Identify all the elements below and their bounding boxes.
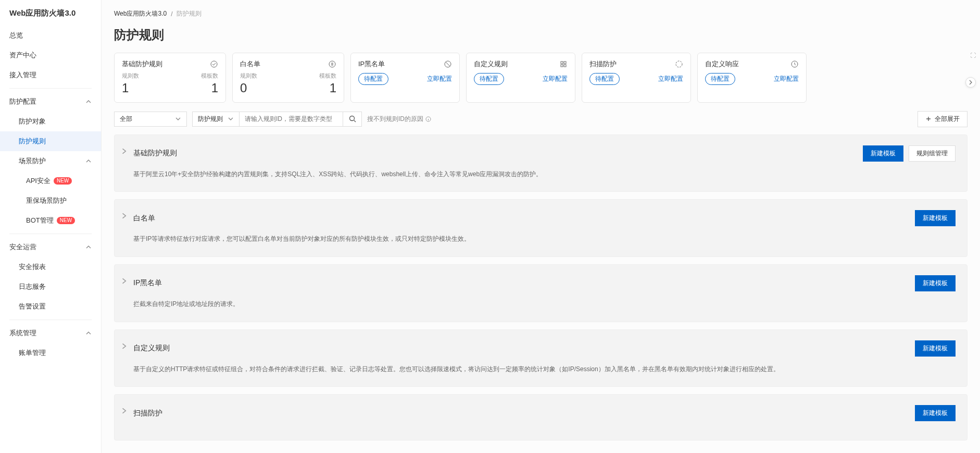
expand-toggle[interactable] xyxy=(121,407,128,414)
summary-cards: 基础防护规则 规则数1 模板数1 白名单 规则数0 模板数1 xyxy=(102,53,980,111)
new-template-button[interactable]: 新建模板 xyxy=(915,405,956,421)
rule-ip-blacklist: IP黑名单 新建模板 拦截来自特定IP地址或地址段的请求。 xyxy=(114,264,968,322)
breadcrumb-root[interactable]: Web应用防火墙3.0 xyxy=(114,9,167,18)
divider xyxy=(9,88,92,89)
card-custom-rules[interactable]: 自定义规则 待配置 立即配置 xyxy=(466,53,575,103)
expand-toggle[interactable] xyxy=(121,212,128,219)
nav-protection-rules[interactable]: 防护规则 xyxy=(0,131,101,151)
nav-billing-mgmt[interactable]: 账单管理 xyxy=(0,343,101,363)
nav-assets[interactable]: 资产中心 xyxy=(0,45,101,65)
card-pager: ⛶ xyxy=(970,52,976,58)
chevron-up-icon xyxy=(85,158,92,164)
fullscreen-icon[interactable]: ⛶ xyxy=(970,52,976,58)
plus-icon xyxy=(925,116,932,122)
new-badge: NEW xyxy=(57,217,75,224)
new-template-button[interactable]: 新建模板 xyxy=(915,210,956,226)
expand-all-button[interactable]: 全部展开 xyxy=(918,111,968,127)
toolbar: 全部 防护规则 搜不到规则ID的原因 全部展开 xyxy=(102,111,980,134)
rule-group-mgmt-button[interactable]: 规则组管理 xyxy=(909,145,956,162)
svg-point-9 xyxy=(349,116,354,121)
nav-key-scene[interactable]: 重保场景防护 xyxy=(0,191,101,211)
search-type-select[interactable]: 防护规则 xyxy=(192,112,239,127)
nav-api-security[interactable]: API安全NEW xyxy=(0,171,101,191)
shield-icon xyxy=(210,60,218,68)
chevron-up-icon xyxy=(85,99,92,105)
nav-scene-protection[interactable]: 场景防护 xyxy=(0,151,101,171)
nav-protection-config[interactable]: 防护配置 xyxy=(0,92,101,112)
card-basic-rules[interactable]: 基础防护规则 规则数1 模板数1 xyxy=(114,53,226,103)
rule-scan: 扫描防护 新建模板 xyxy=(114,394,968,440)
rule-custom: 自定义规则 新建模板 基于自定义的HTTP请求特征或特征组合，对符合条件的请求进… xyxy=(114,329,968,387)
chevron-up-icon xyxy=(85,330,92,336)
breadcrumb: Web应用防火墙3.0 / 防护规则 xyxy=(102,0,980,21)
breadcrumb-current: 防护规则 xyxy=(177,9,202,18)
product-title: Web应用防火墙3.0 xyxy=(0,0,101,26)
configure-link[interactable]: 立即配置 xyxy=(427,75,452,83)
rule-list: 基础防护规则 新建模板 规则组管理 基于阿里云10年+安全防护经验构建的内置规则… xyxy=(102,134,980,440)
chevron-down-icon xyxy=(175,116,181,122)
card-ip-blacklist[interactable]: IP黑名单 待配置 立即配置 xyxy=(350,53,460,103)
status-pill: 待配置 xyxy=(358,73,388,85)
svg-rect-3 xyxy=(561,62,563,64)
card-custom-response[interactable]: 自定义响应 待配置 立即配置 xyxy=(697,53,807,103)
configure-link[interactable]: 立即配置 xyxy=(658,75,683,83)
block-icon xyxy=(444,60,452,68)
card-whitelist[interactable]: 白名单 规则数0 模板数1 xyxy=(232,53,344,103)
search-group: 防护规则 xyxy=(192,112,362,127)
status-pill: 待配置 xyxy=(705,73,735,85)
search-button[interactable] xyxy=(343,112,362,127)
filter-all-select[interactable]: 全部 xyxy=(114,112,187,127)
scan-icon xyxy=(675,60,683,68)
nav-bot-mgmt[interactable]: BOT管理NEW xyxy=(0,211,101,230)
search-input[interactable] xyxy=(239,112,343,127)
rule-basic: 基础防护规则 新建模板 规则组管理 基于阿里云10年+安全防护经验构建的内置规则… xyxy=(114,134,968,192)
new-template-button[interactable]: 新建模板 xyxy=(863,145,903,162)
rule-whitelist: 白名单 新建模板 基于IP等请求特征放行对应请求，您可以配置白名单对当前防护对象… xyxy=(114,199,968,257)
configure-link[interactable]: 立即配置 xyxy=(774,75,799,83)
svg-rect-6 xyxy=(564,65,566,67)
card-scan-protection[interactable]: 扫描防护 待配置 立即配置 xyxy=(582,53,691,103)
nav-overview[interactable]: 总览 xyxy=(0,26,101,45)
settings-icon xyxy=(559,60,568,68)
svg-rect-4 xyxy=(564,62,566,64)
nav-security-ops[interactable]: 安全运营 xyxy=(0,237,101,257)
new-template-button[interactable]: 新建模板 xyxy=(915,275,956,291)
new-template-button[interactable]: 新建模板 xyxy=(915,340,956,357)
list-icon xyxy=(328,60,336,68)
status-pill: 待配置 xyxy=(589,73,620,85)
main-content: Web应用防火墙3.0 / 防护规则 防护规则 ⛶ 基础防护规则 规则数1 模板… xyxy=(102,0,980,453)
nav-alert-settings[interactable]: 告警设置 xyxy=(0,297,101,316)
svg-point-0 xyxy=(211,61,217,67)
chevron-down-icon xyxy=(228,116,234,122)
divider xyxy=(9,234,92,234)
nav-access[interactable]: 接入管理 xyxy=(0,65,101,85)
expand-toggle[interactable] xyxy=(121,342,128,350)
page-title: 防护规则 xyxy=(102,21,980,53)
nav-protection-object[interactable]: 防护对象 xyxy=(0,112,101,131)
chevron-up-icon xyxy=(85,244,92,250)
new-badge: NEW xyxy=(54,177,72,185)
configure-link[interactable]: 立即配置 xyxy=(543,75,568,83)
expand-toggle[interactable] xyxy=(121,277,128,285)
info-icon xyxy=(425,116,431,122)
nav-system-mgmt[interactable]: 系统管理 xyxy=(0,323,101,343)
scroll-right-button[interactable] xyxy=(965,77,976,88)
status-pill: 待配置 xyxy=(474,73,504,85)
expand-toggle[interactable] xyxy=(121,148,128,155)
nav-security-report[interactable]: 安全报表 xyxy=(0,257,101,277)
svg-point-7 xyxy=(676,61,682,67)
sidebar: Web应用防火墙3.0 总览 资产中心 接入管理 防护配置 防护对象 防护规则 … xyxy=(0,0,102,453)
response-icon xyxy=(790,60,799,68)
svg-rect-5 xyxy=(561,65,563,67)
nav-log-service[interactable]: 日志服务 xyxy=(0,277,101,297)
search-hint[interactable]: 搜不到规则ID的原因 xyxy=(367,115,431,124)
divider xyxy=(9,320,92,320)
